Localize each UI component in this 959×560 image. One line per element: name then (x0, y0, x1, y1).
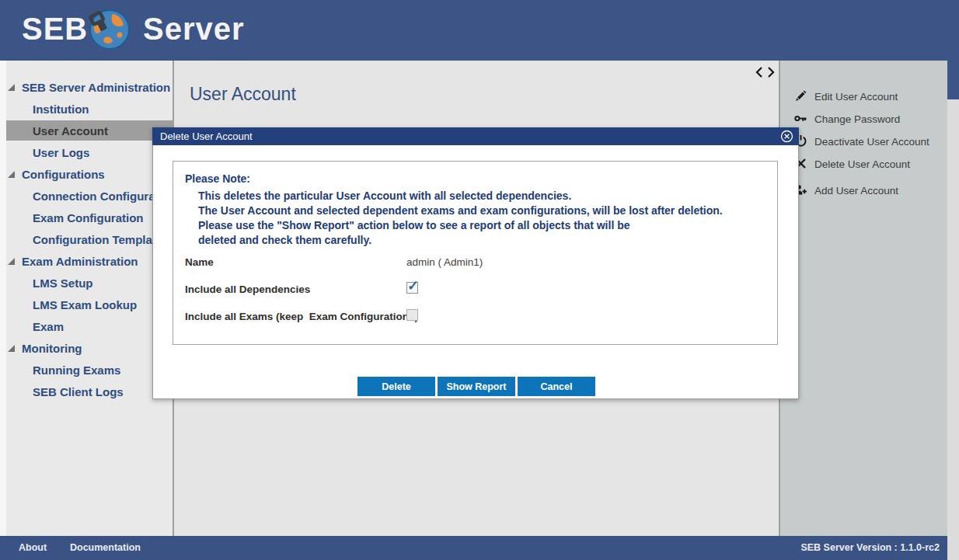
delete-button[interactable]: Delete (357, 377, 435, 396)
note-heading: Please Note: (185, 172, 250, 185)
sidebar-item-label: Running Exams (33, 363, 120, 377)
show-report-button[interactable]: Show Report (438, 377, 515, 396)
sidebar-item-label: Configuration Templates (33, 233, 169, 246)
footer-version: SEB Server Version : 1.1.0-rc2 (800, 542, 940, 553)
sidebar-item-seb-client-logs[interactable]: SEB Client Logs (0, 381, 173, 402)
page-title: User Account (190, 84, 296, 105)
sidebar-item-monitoring[interactable]: Monitoring (0, 338, 173, 358)
sidebar-item-label: Exam (33, 320, 64, 333)
name-label: Name (185, 256, 214, 268)
sidebar-item-label: Exam Administration (22, 255, 138, 268)
app-header: SEB Server (0, 0, 959, 61)
exams-label: Include all Exams (keep Exam Configurati… (185, 311, 418, 322)
action-label: Edit User Account (814, 91, 898, 103)
sidebar-item-running-exams[interactable]: Running Exams (0, 360, 173, 380)
action-change-password[interactable]: Change Password (780, 111, 947, 127)
dialog-titlebar[interactable]: Delete User Account (152, 127, 799, 145)
sidebar-item-exam-configuration[interactable]: Exam Configuration (0, 207, 173, 228)
footer-link-about[interactable]: About (19, 542, 47, 553)
close-circle-icon[interactable] (780, 130, 793, 143)
sidebar-item-seb-server-administration[interactable]: SEB Server Administration (0, 77, 173, 97)
sidebar-item-lms-setup[interactable]: LMS Setup (0, 273, 173, 293)
dialog-body: Please Note: This deletes the particular… (152, 145, 799, 399)
action-label: Add User Account (814, 185, 898, 197)
action-label: Deactivate User Account (814, 136, 929, 148)
right-rail (947, 99, 959, 560)
dialog-title: Delete User Account (160, 130, 253, 142)
name-value: admin ( Admin1) (406, 256, 483, 268)
sidebar-item-user-account[interactable]: User Account (6, 120, 173, 141)
sidebar-item-label: LMS Exam Lookup (33, 298, 137, 311)
sidebar-item-configuration-templates[interactable]: Configuration Templates (0, 229, 173, 249)
sidebar-item-label: Connection Configuration (33, 190, 173, 203)
footer-bar: About Documentation SEB Server Version :… (0, 536, 947, 560)
dependencies-label: Include all Dependencies (185, 283, 310, 295)
brand-server: Server (143, 12, 245, 47)
form-row-exams: Include all Exams (keep Exam Configurati… (173, 309, 779, 325)
form-row-dependencies: Include all Dependencies ✓ (173, 282, 779, 297)
tree-expand-icon[interactable] (8, 345, 15, 352)
action-label: Delete User Account (814, 158, 910, 170)
sidebar-item-label: SEB Server Administration (22, 81, 170, 94)
sidebar-item-exam[interactable]: Exam (0, 316, 173, 336)
sidebar-item-user-logs[interactable]: User Logs (0, 142, 173, 162)
check-icon: ✓ (407, 277, 419, 294)
chevron-right-icon[interactable] (767, 66, 775, 78)
delete-user-account-dialog: Delete User Account Please Note: This de… (152, 127, 799, 399)
action-edit-user-account[interactable]: Edit User Account (780, 89, 947, 104)
dialog-form-box: Please Note: This deletes the particular… (173, 161, 778, 345)
dependencies-checkbox[interactable]: ✓ (406, 282, 418, 294)
brand-seb: SEB (22, 12, 88, 47)
action-add-user-account[interactable]: Add User Account (780, 183, 947, 198)
sidebar-item-label: SEB Client Logs (33, 385, 124, 398)
sidebar-item-label: Institution (33, 103, 89, 116)
tree-expand-icon[interactable] (8, 84, 15, 91)
action-panel: Edit User Account Change Password Deacti… (780, 61, 947, 536)
action-label: Change Password (814, 113, 900, 125)
footer-link-documentation[interactable]: Documentation (70, 542, 141, 553)
sidebar-item-label: User Logs (33, 146, 89, 159)
action-delete-user-account[interactable]: Delete User Account (780, 156, 947, 172)
cancel-button[interactable]: Cancel (518, 377, 595, 396)
sidebar-item-institution[interactable]: Institution (0, 99, 173, 119)
sidebar-item-exam-administration[interactable]: Exam Administration (0, 251, 173, 271)
sidebar-item-label: Monitoring (22, 342, 82, 355)
dialog-buttons: Delete Show Report Cancel (153, 377, 800, 396)
exams-checkbox[interactable] (406, 309, 418, 321)
chevron-left-icon[interactable] (755, 66, 763, 78)
right-rail-top (947, 61, 959, 99)
note-text: This deletes the particular User Account… (198, 189, 723, 248)
sidebar-item-lms-exam-lookup[interactable]: LMS Exam Lookup (0, 294, 173, 315)
sidebar-item-label: Configurations (22, 168, 105, 181)
tree-expand-icon[interactable] (8, 258, 15, 265)
sidebar-nav: SEB Server Administration Institution Us… (0, 61, 173, 536)
sidebar-item-label: Exam Configuration (33, 211, 144, 224)
sidebar-item-connection-configuration[interactable]: Connection Configuration (0, 186, 173, 206)
sidebar-item-label: User Account (33, 124, 108, 137)
form-row-name: Name admin ( Admin1) (173, 255, 779, 270)
part-controls (755, 66, 775, 78)
pencil-icon (794, 89, 807, 103)
action-deactivate-user-account[interactable]: Deactivate User Account (780, 134, 947, 149)
sidebar-item-configurations[interactable]: Configurations (0, 164, 173, 184)
key-icon (794, 112, 807, 125)
tree-expand-icon[interactable] (8, 171, 15, 178)
sidebar-item-label: LMS Setup (33, 277, 93, 290)
globe-lock-icon (89, 9, 131, 50)
app-window: SEB Server SEB Server Administration Ins… (0, 0, 959, 560)
